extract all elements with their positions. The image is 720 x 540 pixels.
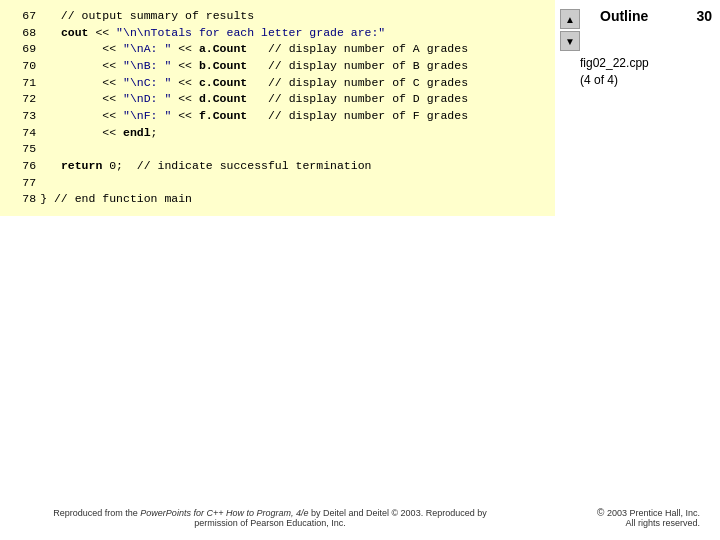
nav-arrows: ▲ ▼ xyxy=(560,8,580,52)
table-row: 75 xyxy=(10,141,545,158)
line-number: 75 xyxy=(10,141,38,158)
table-row: 73 << "\nF: " << f.Count // display numb… xyxy=(10,108,545,125)
table-row: 68 cout << "\n\nTotals for each letter g… xyxy=(10,25,545,42)
code-line xyxy=(38,175,545,192)
line-number: 77 xyxy=(10,175,38,192)
table-row: 67 // output summary of results xyxy=(10,8,545,25)
up-arrow-icon: ▲ xyxy=(565,14,575,25)
table-row: 72 << "\nD: " << d.Count // display numb… xyxy=(10,91,545,108)
table-row: 69 << "\nA: " << a.Count // display numb… xyxy=(10,41,545,58)
table-row: 74 << endl; xyxy=(10,125,545,142)
table-row: 78 } // end function main xyxy=(10,191,545,208)
code-line: // output summary of results xyxy=(38,8,545,25)
code-line xyxy=(38,141,545,158)
down-arrow-icon: ▼ xyxy=(565,36,575,47)
line-number: 69 xyxy=(10,41,38,58)
line-number: 78 xyxy=(10,191,38,208)
footer-left-text: Reproduced from the PowerPoints for C++ … xyxy=(20,508,520,528)
code-line: << "\nD: " << d.Count // display number … xyxy=(38,91,545,108)
code-line: cout << "\n\nTotals for each letter grad… xyxy=(38,25,545,42)
down-arrow-button[interactable]: ▼ xyxy=(560,31,580,51)
copyright-symbol: © xyxy=(597,507,604,518)
code-area: 67 // output summary of results 68 cout … xyxy=(0,0,555,216)
page-number: 30 xyxy=(696,8,712,24)
line-number: 73 xyxy=(10,108,38,125)
table-row: 76 return 0; // indicate successful term… xyxy=(10,158,545,175)
up-arrow-button[interactable]: ▲ xyxy=(560,9,580,29)
code-table: 67 // output summary of results 68 cout … xyxy=(10,8,545,208)
code-line: << "\nC: " << c.Count // display number … xyxy=(38,75,545,92)
line-number: 74 xyxy=(10,125,38,142)
footer: Reproduced from the PowerPoints for C++ … xyxy=(0,507,720,528)
fig-label-text: fig02_22.cpp(4 of 4) xyxy=(580,56,649,87)
line-number: 72 xyxy=(10,91,38,108)
line-number: 76 xyxy=(10,158,38,175)
fig-label: fig02_22.cpp(4 of 4) xyxy=(580,55,649,89)
line-number: 70 xyxy=(10,58,38,75)
table-row: 70 << "\nB: " << b.Count // display numb… xyxy=(10,58,545,75)
code-line: } // end function main xyxy=(38,191,545,208)
table-row: 77 xyxy=(10,175,545,192)
table-row: 71 << "\nC: " << c.Count // display numb… xyxy=(10,75,545,92)
code-line: << "\nB: " << b.Count // display number … xyxy=(38,58,545,75)
line-number: 68 xyxy=(10,25,38,42)
code-line: << "\nF: " << f.Count // display number … xyxy=(38,108,545,125)
line-number: 71 xyxy=(10,75,38,92)
code-line: return 0; // indicate successful termina… xyxy=(38,158,545,175)
outline-label: Outline xyxy=(600,8,648,24)
footer-right-text: © 2003 Prentice Hall, Inc. All rights re… xyxy=(597,507,700,528)
code-line: << endl; xyxy=(38,125,545,142)
line-number: 67 xyxy=(10,8,38,25)
code-line: << "\nA: " << a.Count // display number … xyxy=(38,41,545,58)
